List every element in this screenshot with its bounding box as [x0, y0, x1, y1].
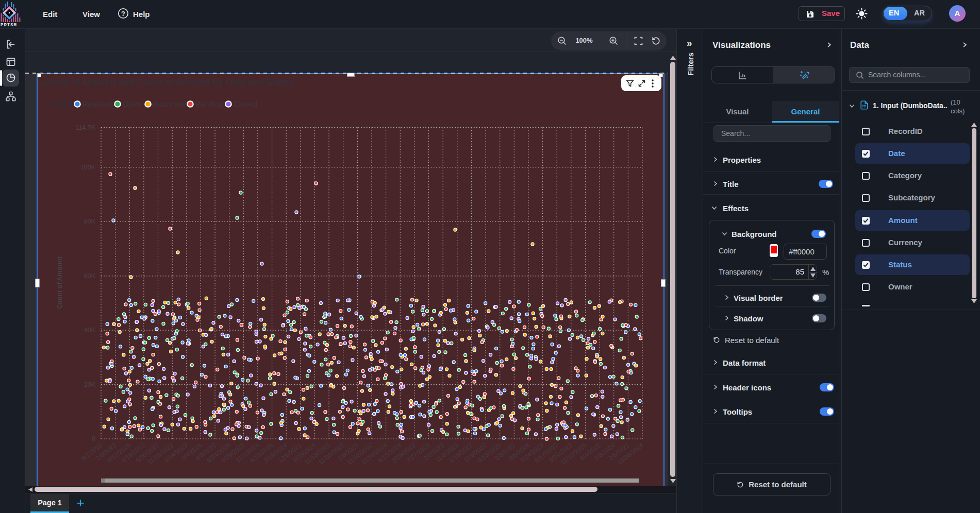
svg-text:60K: 60K: [84, 272, 96, 280]
svg-text:Count of Amount: Count of Amount: [56, 256, 63, 309]
svg-text:40K: 40K: [84, 327, 96, 334]
svg-text:0: 0: [92, 435, 95, 442]
svg-text:Open: Open: [123, 99, 142, 108]
svg-text:100K: 100K: [80, 164, 96, 171]
svg-text:?: ?: [121, 10, 125, 18]
svg-text:Status: Status: [49, 99, 73, 108]
svg-text:Rejected: Rejected: [82, 99, 113, 108]
svg-text:PRISM: PRISM: [1, 23, 17, 28]
svg-text:80K: 80K: [84, 218, 96, 225]
svg-text:20K: 20K: [84, 381, 96, 388]
svg-text:Approved: Approved: [153, 99, 186, 108]
svg-text:Pending: Pending: [195, 99, 224, 108]
svg-text:Closed: Closed: [234, 99, 258, 108]
svg-text:114.7K: 114.7K: [75, 124, 95, 131]
svg-text:Count of Amount and Count of A: Count of Amount and Count of Amount by D…: [43, 77, 294, 88]
